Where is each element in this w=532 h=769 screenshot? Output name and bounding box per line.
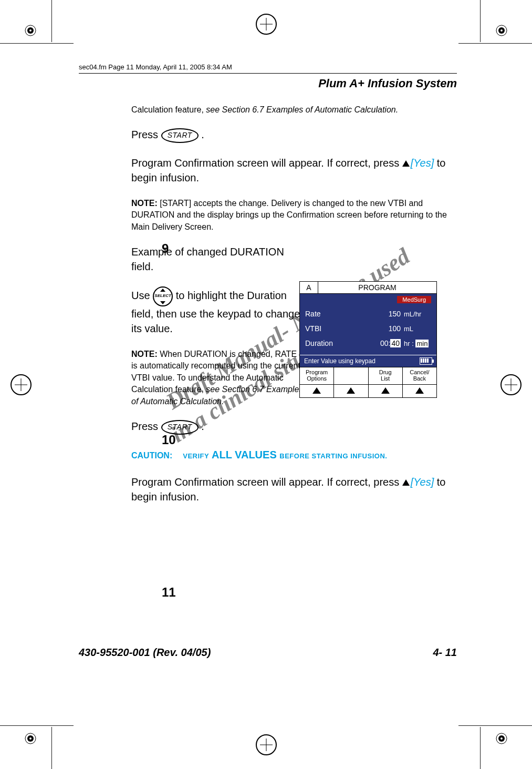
svg-point-11: [500, 737, 503, 740]
duration-row: Duration 00:40 hr : min: [305, 336, 431, 351]
step9-note: NOTE: [START] accepts the change. Delive…: [131, 198, 457, 233]
reg-mark-top: [256, 14, 277, 35]
caution-all: ALL VALUES: [209, 449, 279, 460]
softkey-drug-list: DrugList: [369, 367, 403, 384]
softkey-triangle-icon: [347, 387, 355, 394]
crop-line: [0, 43, 74, 44]
step11-press-line: Press START .: [131, 419, 457, 435]
sk1b: Options: [307, 375, 327, 382]
softkey-triangle-icon: [381, 387, 390, 394]
step9-note-text: [START] accepts the change. Delivery is …: [131, 199, 447, 231]
caution-rest: BEFORE STARTING INFUSION.: [279, 452, 387, 460]
step10-note: NOTE: When DURATION is changed, RATE is …: [131, 348, 305, 407]
page-footer: 430-95520-001 (Rev. 04/05) 4- 11: [79, 647, 457, 659]
enter-value-text: Enter Value using keypad: [304, 357, 375, 365]
reg-mark-right: [500, 374, 521, 395]
duration-hours: 00:: [380, 339, 390, 347]
reg-mark-bottom: [256, 734, 277, 755]
vtbi-unit: mL: [401, 321, 431, 336]
sk3b: List: [381, 375, 390, 382]
start-button-icon: START: [161, 128, 199, 143]
step11-yes: [Yes]: [411, 476, 434, 488]
runhead-rule: [79, 73, 457, 74]
step-number-11: 11: [162, 583, 176, 601]
step10-text: Use SELECT to highlight the Duration fie…: [131, 286, 305, 336]
select-label: SELECT: [154, 293, 172, 299]
rate-unit: mL/hr: [401, 306, 431, 321]
step9-para: Program Confirmation screen will appear.…: [131, 157, 402, 169]
softkey-empty: [334, 367, 368, 384]
sk3a: Drug: [379, 369, 392, 375]
step10-t1: Use: [131, 290, 153, 301]
crop-line: [458, 725, 532, 726]
step9-confirm-paragraph: Program Confirmation screen will appear.…: [131, 156, 457, 185]
step9-yes: [Yes]: [411, 157, 434, 169]
crop-line: [458, 43, 532, 44]
softkey-button-3[interactable]: [369, 385, 403, 397]
rate-row: Rate 150 mL/hr: [305, 306, 431, 321]
duration-hr-label: hr :: [404, 340, 414, 347]
corner-mark-tr: [492, 21, 511, 40]
duration-label: Duration: [305, 336, 360, 351]
footer-page-number: 4- 11: [433, 647, 457, 659]
softkey-triangle-icon: [402, 479, 410, 486]
softkey-triangle-icon: [402, 160, 410, 167]
caution-line: CAUTION: VERIFY ALL VALUES BEFORE STARTI…: [131, 447, 457, 462]
document-title: Plum A+ Infusion System: [79, 77, 457, 90]
softkey-triangle-icon: [312, 387, 321, 394]
vtbi-row: VTBI 100 mL: [305, 321, 431, 336]
enter-value-bar: Enter Value using keypad: [300, 355, 436, 367]
crop-line: [480, 727, 481, 769]
crop-line: [51, 0, 52, 42]
svg-point-5: [500, 29, 503, 32]
sk1a: Program: [306, 369, 328, 375]
softkey-button-4[interactable]: [403, 385, 436, 397]
corner-mark-bl: [21, 729, 40, 748]
rate-label: Rate: [305, 306, 360, 321]
device-title: PROGRAM: [318, 282, 436, 294]
note-label: NOTE:: [131, 199, 158, 208]
caution-lead: CAUTION:: [131, 451, 172, 460]
reg-mark-left: [11, 374, 32, 395]
step-number-9: 9: [162, 240, 169, 258]
vtbi-label: VTBI: [305, 321, 360, 336]
vtbi-value: 100: [360, 321, 401, 336]
select-button-icon: SELECT: [153, 286, 173, 306]
step11-confirm-paragraph: Program Confirmation screen will appear.…: [131, 475, 457, 504]
footer-left: 430-95520-001 (Rev. 04/05): [79, 647, 211, 658]
chevron-up-icon: [160, 289, 165, 292]
step-number-10: 10: [162, 431, 176, 449]
running-head: sec04.fm Page 11 Monday, April 11, 2005 …: [79, 63, 457, 71]
step11-press: Press: [131, 421, 161, 432]
step9-press-line: Press START .: [131, 127, 457, 143]
step11-para: Program Confirmation screen will appear.…: [131, 476, 402, 488]
step9-dot: .: [201, 129, 204, 140]
crop-line: [480, 0, 481, 42]
battery-icon: [420, 357, 432, 365]
intro-text: Calculation feature,: [131, 105, 206, 114]
softkey-button-row: [300, 384, 436, 397]
crop-line: [51, 727, 52, 769]
rate-value: 150: [360, 306, 401, 321]
svg-point-8: [29, 737, 32, 740]
corner-mark-tl: [21, 21, 40, 40]
chevron-down-icon: [160, 301, 165, 304]
device-screen: A PROGRAM MedSurg Rate 150 mL/hr VTBI 10…: [299, 281, 437, 398]
intro-italic: see Section 6.7 Examples of Automatic Ca…: [206, 105, 398, 114]
softkey-button-2[interactable]: [334, 385, 368, 397]
softkey-cancel-back: Cancel/Back: [403, 367, 436, 384]
softkey-label-row: ProgramOptions DrugList Cancel/Back: [300, 367, 436, 384]
crop-line: [0, 725, 74, 726]
sk4a: Cancel/: [410, 369, 429, 375]
softkey-button-1[interactable]: [300, 385, 334, 397]
cca-tag: MedSurg: [397, 296, 431, 303]
device-line-a: A: [300, 282, 318, 294]
step11-dot: .: [201, 421, 204, 432]
softkey-triangle-icon: [415, 387, 424, 394]
duration-min-label-highlight: min: [415, 340, 429, 347]
duration-unit: hr : min: [401, 336, 431, 351]
corner-mark-br: [492, 729, 511, 748]
duration-value: 00:40: [360, 336, 401, 351]
softkey-program-options: ProgramOptions: [300, 367, 334, 384]
step9-press: Press: [131, 129, 161, 140]
